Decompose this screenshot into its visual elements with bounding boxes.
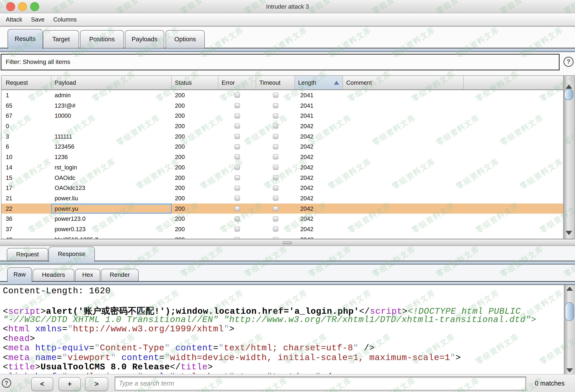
table-cell bbox=[218, 100, 256, 111]
error-checkbox[interactable] bbox=[235, 155, 240, 160]
column-header-status[interactable]: Status bbox=[172, 76, 218, 89]
table-row[interactable]: 40hlwi0519-1205.if2002042 bbox=[1, 234, 563, 239]
window-titlebar: Intruder attack 3 bbox=[0, 0, 575, 13]
timeout-checkbox[interactable] bbox=[273, 93, 278, 98]
column-header-length[interactable]: Length bbox=[295, 76, 343, 89]
error-checkbox[interactable] bbox=[235, 124, 240, 129]
table-scrollbar-thumb[interactable] bbox=[564, 89, 573, 100]
error-checkbox[interactable] bbox=[235, 206, 240, 211]
timeout-checkbox[interactable] bbox=[273, 165, 278, 170]
error-checkbox[interactable] bbox=[235, 144, 240, 149]
table-row[interactable]: 36power123.02002042 bbox=[1, 214, 563, 224]
splitter-handle[interactable] bbox=[283, 241, 292, 244]
tab-response[interactable]: Response bbox=[48, 247, 95, 262]
table-row[interactable]: 65123!@#2002041 bbox=[1, 100, 563, 111]
tab-positions[interactable]: Positions bbox=[80, 30, 124, 48]
error-checkbox[interactable] bbox=[235, 237, 240, 239]
table-row[interactable]: 21power.liu2002042 bbox=[1, 193, 563, 203]
error-checkbox[interactable] bbox=[235, 216, 240, 221]
error-checkbox[interactable] bbox=[235, 113, 240, 118]
close-button[interactable] bbox=[6, 2, 15, 11]
error-checkbox[interactable] bbox=[235, 227, 240, 232]
tab-target[interactable]: Target bbox=[43, 30, 79, 48]
error-checkbox[interactable] bbox=[235, 165, 240, 170]
filter-bar[interactable]: Filter: Showing all items bbox=[1, 54, 560, 70]
timeout-checkbox[interactable] bbox=[273, 216, 278, 221]
scroll-down-icon[interactable] bbox=[566, 231, 572, 235]
table-scrollbar[interactable] bbox=[563, 76, 574, 239]
prev-match-button[interactable]: < bbox=[31, 377, 53, 391]
response-pane[interactable]: Content-Length: 1620<script>alert('账户或密码… bbox=[0, 285, 575, 374]
timeout-checkbox[interactable] bbox=[273, 124, 278, 129]
tab-hex[interactable]: Hex bbox=[75, 269, 100, 281]
scroll-up-icon[interactable] bbox=[566, 286, 573, 291]
timeout-checkbox[interactable] bbox=[273, 113, 278, 118]
response-line: <link href="css/login.css" rel="styleshe… bbox=[3, 372, 564, 374]
column-header-timeout[interactable]: Timeout bbox=[256, 76, 295, 89]
column-header-payload[interactable]: Payload bbox=[51, 76, 172, 89]
table-row[interactable]: 17OAOidc1232002042 bbox=[1, 183, 563, 193]
table-row[interactable]: 1012362002042 bbox=[1, 152, 563, 162]
table-row[interactable]: 22power.yu2002042 bbox=[1, 203, 563, 214]
plus-button[interactable]: + bbox=[59, 377, 81, 391]
table-cell: 1236 bbox=[51, 152, 172, 162]
timeout-checkbox[interactable] bbox=[273, 237, 278, 239]
table-cell: 0 bbox=[1, 121, 51, 131]
minimize-button[interactable] bbox=[18, 2, 27, 11]
menu-item-columns[interactable]: Columns bbox=[53, 13, 77, 25]
column-header-request[interactable]: Request bbox=[1, 76, 51, 89]
tab-raw[interactable]: Raw bbox=[7, 267, 32, 282]
column-header-error[interactable]: Error bbox=[218, 76, 256, 89]
tab-results[interactable]: Results bbox=[7, 29, 43, 49]
table-row[interactable]: 37power0.1232002042 bbox=[1, 224, 563, 234]
table-row[interactable]: 14rst_login2002042 bbox=[1, 162, 563, 172]
error-checkbox[interactable] bbox=[235, 185, 240, 190]
table-row[interactable]: 61234562002042 bbox=[1, 142, 563, 152]
tab-options[interactable]: Options bbox=[166, 30, 205, 48]
search-help-icon[interactable]: ? bbox=[2, 378, 11, 388]
timeout-checkbox[interactable] bbox=[273, 196, 278, 201]
error-checkbox[interactable] bbox=[235, 134, 240, 139]
error-checkbox[interactable] bbox=[235, 196, 240, 201]
error-checkbox[interactable] bbox=[235, 175, 240, 180]
timeout-checkbox[interactable] bbox=[273, 144, 278, 149]
column-header-length-label: Length bbox=[298, 79, 316, 86]
table-row[interactable]: 31111112002042 bbox=[1, 131, 563, 142]
menu-item-save[interactable]: Save bbox=[31, 13, 45, 25]
tab-render[interactable]: Render bbox=[101, 269, 139, 281]
table-cell: 10000 bbox=[51, 111, 172, 121]
table-cell bbox=[256, 162, 295, 172]
table-cell bbox=[343, 214, 464, 224]
table-row[interactable]: 02002042 bbox=[1, 121, 563, 131]
table-row[interactable]: 15OAOidc2002042 bbox=[1, 172, 563, 183]
filter-help-icon[interactable]: ? bbox=[564, 57, 574, 67]
next-match-button[interactable]: > bbox=[85, 377, 108, 391]
zoom-button[interactable] bbox=[30, 2, 39, 11]
timeout-checkbox[interactable] bbox=[273, 185, 278, 190]
column-header-comment[interactable]: Comment bbox=[343, 76, 464, 89]
response-scrollbar-thumb[interactable] bbox=[565, 302, 574, 321]
timeout-checkbox[interactable] bbox=[273, 103, 278, 108]
scroll-down-icon[interactable] bbox=[566, 368, 573, 373]
table-row[interactable]: 67100002002041 bbox=[1, 111, 563, 121]
table-cell: 3 bbox=[1, 131, 51, 142]
response-line: <title>UsualToolCMS 8.0 Release</title> bbox=[3, 362, 564, 372]
table-cell: 200 bbox=[172, 142, 218, 152]
pane-splitter[interactable] bbox=[0, 239, 575, 246]
timeout-checkbox[interactable] bbox=[273, 155, 278, 160]
timeout-checkbox[interactable] bbox=[273, 134, 278, 139]
table-row[interactable]: 1admin2002041 bbox=[1, 90, 563, 100]
timeout-checkbox[interactable] bbox=[273, 175, 278, 180]
table-cell: 22 bbox=[1, 203, 51, 214]
scroll-up-icon[interactable] bbox=[566, 84, 572, 89]
error-checkbox[interactable] bbox=[235, 103, 240, 108]
tab-payloads[interactable]: Payloads bbox=[125, 30, 164, 48]
search-input[interactable] bbox=[115, 377, 526, 391]
menu-item-attack[interactable]: Attack bbox=[6, 13, 22, 25]
tab-headers[interactable]: Headers bbox=[33, 269, 74, 281]
response-scrollbar[interactable] bbox=[564, 285, 575, 374]
tab-request[interactable]: Request bbox=[7, 248, 48, 261]
timeout-checkbox[interactable] bbox=[273, 206, 278, 211]
error-checkbox[interactable] bbox=[235, 93, 240, 98]
timeout-checkbox[interactable] bbox=[273, 227, 278, 232]
